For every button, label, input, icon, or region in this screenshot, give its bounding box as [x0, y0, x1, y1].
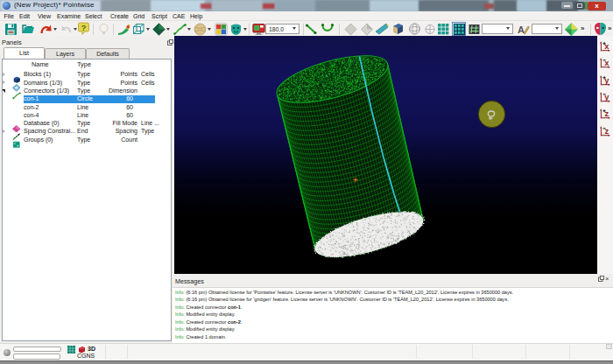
svg-text:y: y	[604, 93, 609, 102]
svg-text:x: x	[604, 42, 609, 51]
svg-text:?: ?	[81, 24, 87, 32]
svg-text:z: z	[604, 109, 609, 118]
svg-text:z: z	[604, 127, 609, 136]
svg-text:x: x	[604, 60, 609, 68]
svg-text:A: A	[518, 24, 525, 35]
svg-text:y: y	[604, 76, 609, 85]
